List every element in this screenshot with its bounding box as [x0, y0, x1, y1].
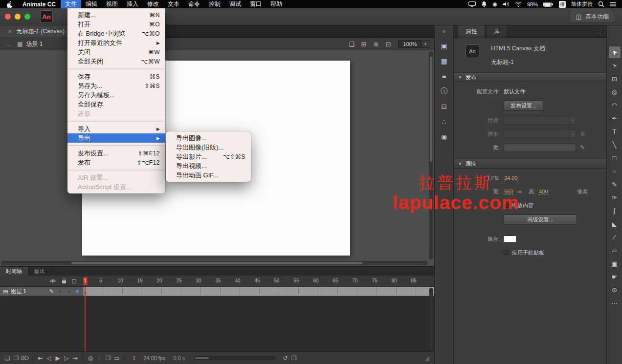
frame-rate[interactable]: 24.00 fps — [143, 355, 165, 361]
menu-item[interactable]: 保存 ⌘S ▶ — [67, 72, 165, 81]
width-value[interactable]: 550 — [504, 189, 513, 195]
menu-item[interactable]: 在 Bridge 中浏览 ⌥⌘O ▶ — [67, 29, 165, 38]
zoom-control[interactable]: 100% ▾ — [398, 40, 429, 48]
fps-value[interactable]: 24.00 — [504, 175, 518, 181]
timeline-horizontal-scrollbar[interactable] — [194, 356, 276, 360]
web-panel-icon[interactable]: ◉ — [437, 130, 451, 143]
advanced-settings-button[interactable]: 高级设置... — [504, 214, 577, 225]
play-button[interactable]: ▶ — [53, 355, 62, 362]
subselection-tool[interactable]: ➢ — [609, 60, 621, 71]
scale-content-checkbox[interactable] — [504, 203, 509, 208]
document-tab[interactable]: ✕ 无标题-1 (Canvas) — [0, 25, 73, 38]
panel-menu-icon[interactable]: ≡ — [598, 28, 606, 38]
edit-scene-button[interactable]: ❏ — [349, 41, 355, 48]
minimize-window-button[interactable] — [15, 14, 21, 20]
camera-panel-icon[interactable]: ▣ — [437, 40, 451, 52]
timeline-vertical-scrollbar[interactable] — [429, 288, 433, 350]
menubar-item[interactable]: 命令 — [184, 0, 204, 8]
layer-row[interactable]: ▤ 图层 1 ✎ • • — [0, 287, 434, 296]
delete-layer-button[interactable]: ⌦ — [21, 355, 29, 362]
wifi-icon[interactable] — [515, 1, 522, 7]
menu-item[interactable]: 新建... ⌘N ▶ — [67, 10, 165, 20]
link-dimensions-icon[interactable]: ∞ — [517, 188, 522, 195]
panel-tab[interactable]: 属性 — [458, 25, 485, 38]
modify-markers-button[interactable]: ▭ — [112, 355, 121, 362]
goto-first-frame-button[interactable]: ⇤ — [36, 355, 44, 362]
text-tool[interactable]: T — [609, 126, 621, 137]
menu-item[interactable]: 导出图像(旧版)... — [166, 143, 251, 152]
show-outlines-icon[interactable] — [72, 279, 76, 283]
paint-bucket-tool[interactable]: ◣ — [609, 218, 621, 230]
eraser-tool[interactable]: ▱ — [609, 244, 621, 256]
workspace-switcher[interactable]: ◫ 基本功能 — [570, 11, 615, 23]
edit-multiple-frames-button[interactable]: ❐ — [104, 355, 112, 362]
volume-icon[interactable] — [503, 1, 510, 7]
menu-item[interactable]: ActionScript 设置... ▶ — [67, 182, 165, 192]
notifications-icon[interactable] — [481, 1, 487, 7]
battery-icon[interactable] — [543, 2, 554, 7]
menubar-item[interactable]: 文件 — [61, 0, 81, 8]
more-tools[interactable]: ⋯ — [609, 297, 621, 309]
onion-skin-outlines-button[interactable]: ◌ — [95, 355, 104, 362]
document-name[interactable]: 无标题-1 — [491, 58, 545, 66]
oval-tool[interactable]: ○ — [609, 165, 621, 177]
rectangle-tool[interactable]: □ — [609, 152, 621, 164]
3d-rotation-tool[interactable]: ◎ — [609, 86, 621, 98]
layer-name[interactable]: 图层 1 — [11, 288, 46, 295]
record-indicator-icon[interactable]: ◉ — [492, 1, 497, 7]
menu-item[interactable]: 导出视频... — [166, 161, 251, 171]
hand-tool[interactable]: ☛ — [609, 271, 621, 282]
menu-item[interactable]: 另存为模板... ▶ — [67, 90, 165, 100]
menu-item[interactable]: ▶ — [68, 145, 165, 146]
script-settings-icon[interactable]: ⚙ — [580, 130, 585, 137]
menubar-item[interactable]: 帮助 — [266, 0, 287, 8]
menu-item[interactable]: 全部保存 ▶ — [67, 100, 165, 109]
camera-tool[interactable]: ▣ — [609, 257, 621, 269]
menu-item[interactable]: 发布 ⇧⌥F12 ▶ — [67, 158, 165, 167]
resize-grip[interactable]: ◢ — [422, 355, 431, 362]
apply-to-pasteboard-checkbox[interactable] — [504, 250, 509, 255]
timeline-tab[interactable]: 时间轴 — [0, 267, 28, 276]
menubar-item[interactable]: 调试 — [225, 0, 245, 8]
app-menu-title[interactable]: Animate CC — [18, 1, 61, 8]
layer-visibility-dot[interactable]: • — [57, 288, 63, 294]
menu-item[interactable]: ▶ — [68, 68, 165, 69]
new-folder-button[interactable]: ❐ — [12, 355, 21, 362]
properties-section-header[interactable]: ▼ 属性 — [454, 159, 606, 169]
bone-tool[interactable]: ∫ — [609, 205, 621, 216]
free-transform-tool[interactable]: ⊡ — [609, 73, 621, 85]
input-method-name[interactable]: 简体拼音 — [571, 0, 593, 8]
display-icon[interactable] — [468, 1, 476, 7]
close-tab-icon[interactable]: ✕ — [8, 29, 12, 34]
pen-tool[interactable]: ✒ — [609, 112, 621, 124]
menu-item[interactable]: 导出动画 GIF... — [166, 171, 251, 180]
edit-symbols-button[interactable]: ⊞ — [361, 41, 367, 48]
class-input[interactable] — [504, 143, 576, 152]
playhead-line[interactable] — [85, 287, 86, 351]
class-edit-icon[interactable]: ✎ — [580, 144, 585, 151]
lasso-tool[interactable]: ◠ — [609, 99, 621, 111]
center-stage-button[interactable]: ⊕ — [374, 41, 379, 48]
goto-last-frame-button[interactable]: ⇥ — [71, 355, 80, 362]
back-button[interactable]: ← — [0, 41, 17, 48]
menu-item[interactable]: 导出图像... — [166, 133, 251, 143]
publish-section-header[interactable]: ▼ 发布 — [454, 72, 606, 82]
menubar-item[interactable]: 修改 — [143, 0, 163, 8]
menubar-item[interactable]: 控制 — [204, 0, 225, 8]
menu-item[interactable]: 另存为... ⇧⌘S ▶ — [67, 81, 165, 90]
menu-item[interactable]: 导出 ▶ — [67, 133, 165, 143]
layer-name-cell[interactable]: ▤ 图层 1 ✎ • • — [0, 287, 83, 296]
close-window-button[interactable] — [5, 14, 11, 20]
transform-panel-icon[interactable]: ⊡ — [437, 100, 451, 113]
align-panel-icon[interactable]: ≡ — [437, 70, 451, 83]
menu-item[interactable]: 导入 ▶ — [67, 124, 165, 133]
selection-tool[interactable]: ➤ — [609, 46, 621, 58]
menubar-item[interactable]: 文本 — [163, 0, 184, 8]
stage-horizontal-scrollbar[interactable] — [1, 261, 427, 265]
menubar-item[interactable]: 插入 — [122, 0, 143, 8]
menu-item[interactable]: 关闭 ⌘W ▶ — [67, 47, 165, 57]
new-layer-button[interactable]: ❏ — [3, 355, 12, 362]
timeline-ruler[interactable]: 1510152025303540455055606570758085 — [83, 276, 434, 286]
menu-item[interactable]: 发布设置... ⇧⌘F12 ▶ — [67, 149, 165, 158]
eyedropper-tool[interactable]: ∕ — [609, 231, 621, 243]
